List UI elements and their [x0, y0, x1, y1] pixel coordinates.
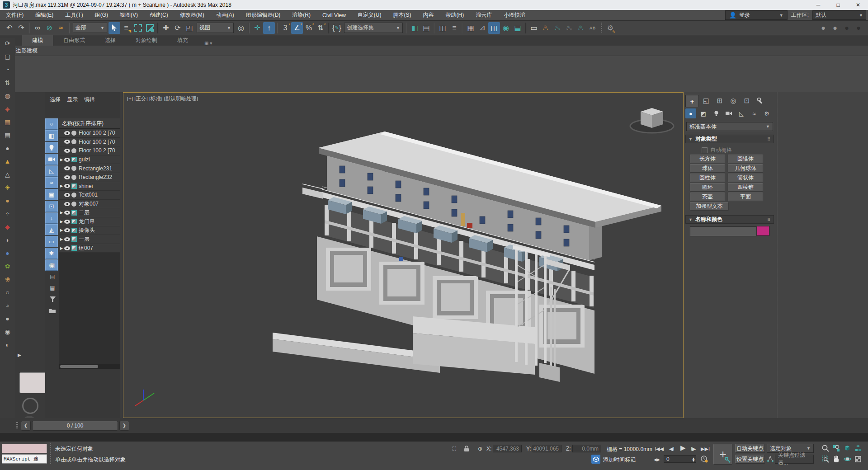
menu-item-group[interactable]: 组(G) — [89, 10, 114, 20]
shading-dot-icon[interactable]: ● — [853, 22, 864, 34]
tab-create-icon[interactable]: + — [685, 95, 699, 107]
circle-tool-icon[interactable]: ○ — [2, 287, 13, 298]
drag-handle[interactable] — [16, 422, 18, 429]
add-key-button[interactable]: + — [713, 444, 732, 465]
maxscript-mini-listener[interactable] — [2, 454, 47, 464]
layer-explorer-toggle-icon[interactable]: ≡ — [448, 22, 460, 34]
keyboard-override-icon[interactable]: ↑ — [263, 22, 275, 34]
selection-filter-dropdown[interactable]: 全部 ▼ — [73, 23, 107, 33]
teal-ball-icon[interactable]: ● — [2, 313, 13, 324]
zoom-extents-all-icon[interactable] — [854, 444, 863, 452]
expand-arrow-icon[interactable]: ▶ — [60, 220, 64, 224]
shading-dot-icon[interactable]: ● — [841, 22, 853, 34]
sphere-primitive-icon[interactable]: ● — [2, 143, 13, 154]
window-crossing-icon[interactable] — [144, 22, 156, 34]
time-config-icon[interactable] — [700, 455, 709, 463]
spinner-arrows-icon[interactable]: ▲▼ — [692, 456, 695, 464]
display-all-icon[interactable]: ○ — [45, 118, 58, 130]
create-box-button[interactable]: 长方体 — [690, 155, 725, 163]
eye-icon[interactable] — [64, 193, 70, 197]
eye-icon[interactable] — [64, 140, 70, 144]
percent-snap-icon[interactable]: %² — [303, 22, 315, 34]
create-teapot-button[interactable]: 茶壶 — [690, 193, 725, 201]
use-pivot-center-icon[interactable]: ◎ — [235, 22, 247, 34]
explorer-menu-select[interactable]: 选择 — [50, 96, 61, 103]
blue-marble-icon[interactable]: ● — [2, 248, 13, 258]
z-coordinate-field[interactable]: 0.0mm — [572, 445, 601, 452]
set-key-button[interactable]: 设置关键点 — [735, 455, 765, 464]
primitive-category-dropdown[interactable]: 标准基本体 ▼ — [686, 122, 773, 131]
color-swatch-button[interactable] — [19, 372, 48, 393]
name-color-rollout[interactable]: ▼ 名称和颜色 ⠿ — [685, 215, 774, 224]
explorer-row[interactable]: Rectangle231 — [59, 164, 120, 173]
explorer-row[interactable]: Rectangle232 — [59, 173, 120, 182]
auto-key-button[interactable]: 自动关键点 — [735, 444, 765, 453]
render-iterative-icon[interactable]: ♨ — [563, 22, 575, 34]
key-filter-icon[interactable] — [766, 455, 775, 463]
explorer-menu-edit[interactable]: 编辑 — [84, 96, 95, 103]
track-bar[interactable] — [0, 433, 868, 442]
square-tool-icon[interactable]: ▢ — [2, 51, 13, 62]
next-frame-button[interactable]: ❯ — [119, 421, 129, 431]
particles-icon[interactable]: ⁘ — [2, 208, 13, 219]
ab-compare-icon[interactable]: AB — [587, 22, 599, 34]
object-color-swatch[interactable] — [757, 226, 769, 236]
eye-icon[interactable] — [64, 158, 70, 162]
menu-item-graph-editors[interactable]: 图形编辑器(D) — [240, 10, 287, 20]
display-imports-icon[interactable]: ↓ — [45, 212, 58, 224]
display-xrefs-icon[interactable]: ⊡ — [45, 201, 58, 212]
time-tag-label[interactable]: 添加时间标记 — [603, 456, 636, 464]
create-plane-button[interactable]: 平面 — [728, 193, 763, 201]
go-to-end-icon[interactable]: ▶▶Ι — [701, 445, 710, 453]
select-and-rotate-icon[interactable]: ⟳ — [172, 22, 184, 34]
play-icon[interactable]: ▶ — [680, 444, 686, 452]
menu-item-thumb-render[interactable]: 小图快渲 — [498, 10, 531, 20]
key-step-icon[interactable]: ◀▶ — [654, 456, 660, 464]
lock-selection-icon[interactable] — [462, 445, 471, 453]
menu-item-animation[interactable]: 动画(A) — [210, 10, 240, 20]
x-coordinate-field[interactable]: -4547.363 — [493, 445, 522, 452]
eye-icon[interactable] — [64, 202, 70, 206]
align-icon[interactable]: ▤ — [420, 22, 432, 34]
cone-primitive-icon[interactable]: ▲ — [2, 156, 13, 167]
maximize-viewport-icon[interactable] — [854, 455, 863, 463]
eye-icon[interactable] — [64, 166, 70, 170]
menu-item-civil-view[interactable]: Civil View — [316, 10, 352, 20]
display-containers-icon[interactable]: ▭ — [45, 236, 58, 247]
eye-icon[interactable] — [64, 184, 70, 188]
redo-icon[interactable]: ↷ — [15, 22, 27, 34]
render-last-icon[interactable]: ♨ — [575, 22, 587, 34]
create-pyramid-button[interactable]: 四棱锥 — [728, 183, 763, 192]
explorer-sort-header[interactable]: 名称(按升序排序) — [59, 118, 120, 129]
list-mode-icon[interactable]: ▤ — [49, 262, 57, 269]
ribbon-tab-object-paint[interactable]: 对象绘制 — [126, 35, 167, 46]
menu-item-rendering[interactable]: 渲染(R) — [286, 10, 316, 20]
menu-item-liuyunku[interactable]: 溜云库 — [470, 10, 498, 20]
curve-editor-icon[interactable]: ⊿ — [476, 22, 488, 34]
time-slider[interactable]: 0 / 100 — [32, 421, 118, 431]
brush-circle-icon[interactable] — [22, 398, 38, 414]
display-helpers-icon[interactable]: ◺ — [45, 165, 58, 177]
mirror-icon[interactable]: ◧ — [409, 22, 420, 34]
previous-frame-icon[interactable]: ◀Ι — [669, 445, 675, 453]
object-type-rollout[interactable]: ▼ 对象类型 ⠿ — [685, 135, 774, 143]
transform-gizmo-icon[interactable]: ⊕ — [476, 445, 485, 453]
scrollbar-thumb[interactable] — [60, 365, 98, 368]
explorer-row[interactable]: ▶shinei — [59, 182, 120, 191]
render-setup-icon[interactable]: ⬓ — [512, 22, 524, 34]
box-primitive-icon[interactable]: ▦ — [2, 117, 13, 127]
schematic-view-icon[interactable]: ◫ — [488, 22, 500, 34]
explorer-h-scrollbar[interactable] — [59, 364, 120, 369]
menu-item-views[interactable]: 视图(V) — [114, 10, 144, 20]
snap-3d-icon[interactable]: 3² — [279, 22, 291, 34]
expand-arrow-icon[interactable]: ▶ — [60, 211, 64, 215]
create-textplus-button[interactable]: 加强型文本 — [690, 202, 729, 211]
create-torus-button[interactable]: 圆环 — [690, 183, 725, 192]
object-name-field[interactable] — [690, 226, 757, 236]
rotate-view-icon[interactable]: ⟳ — [2, 38, 13, 49]
scene-explorer-toggle-icon[interactable]: ◫ — [437, 22, 448, 34]
eye-icon[interactable] — [64, 211, 70, 215]
create-cylinder-button[interactable]: 圆柱体 — [690, 174, 725, 182]
expand-arrow-icon[interactable]: ▶ — [60, 237, 64, 241]
subcat-space-warps-icon[interactable]: ≈ — [749, 108, 760, 118]
